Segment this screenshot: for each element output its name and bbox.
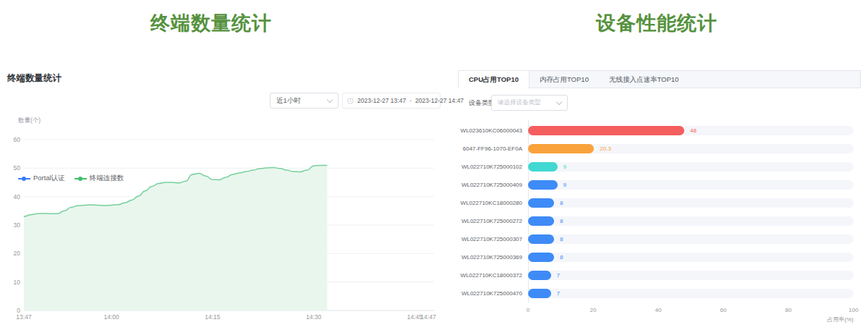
bar-track: 9 [528, 162, 854, 172]
bar [528, 216, 554, 226]
bar-category-label: WL022710K725000369 [458, 254, 525, 261]
clock-icon [347, 98, 354, 104]
bar-track: 8 [528, 253, 854, 262]
bar-value-label: 7 [557, 272, 560, 279]
bar-track: 7 [528, 289, 854, 298]
x-tick-label: 13:47 [16, 313, 32, 321]
tab-active[interactable]: CPU占用TOP10 [459, 71, 529, 88]
bar [528, 144, 594, 153]
bar-row: WL022710K7250004707 [458, 284, 861, 302]
date-start: 2023-12-27 13:47 [357, 97, 406, 104]
bar [528, 253, 554, 262]
bar [528, 162, 558, 172]
bar-value-label: 8 [560, 236, 563, 242]
bar [528, 234, 554, 244]
bar [528, 126, 684, 135]
bar-category-label: WL022710K725000307 [458, 236, 525, 242]
date-separator: - [409, 97, 412, 104]
chevron-down-icon [327, 96, 333, 102]
series-area-fill [24, 165, 327, 310]
bar-value-label: 9 [563, 164, 566, 170]
bar-category-label: WL022710K725000272 [458, 218, 525, 224]
x-tick-label: 100 [848, 307, 858, 313]
bar-value-label: 9 [563, 182, 566, 188]
y-tick-label: 20 [14, 250, 21, 257]
x-tick-label: 20 [590, 307, 597, 313]
cpu-top10-bar-chart: WL023610KC06000043486047-FF96-1070-EF0A2… [458, 122, 861, 302]
bar-value-label: 8 [560, 218, 563, 224]
date-end: 2023-12-27 14:47 [415, 97, 464, 104]
bar-track: 9 [528, 180, 854, 190]
terminal-count-panel: 终端数量统计 近1小时 2023-12-27 13:47 - 2023-12-2… [0, 69, 443, 330]
bar [528, 289, 551, 298]
bar-row: WL022710K7250003078 [458, 230, 861, 248]
terminal-count-line-chart: 010203040506013:4714:0014:1514:3014:4514… [0, 132, 443, 330]
time-range-value: 近1小时 [276, 96, 328, 106]
bar-row: WL023610KC0600004348 [458, 122, 861, 140]
bar-track: 20.3 [528, 144, 854, 153]
x-tick-label: 0 [527, 307, 529, 313]
tabs-bar: CPU占用TOP10内存占用TOP10无线接入点速率TOP10 [458, 70, 861, 88]
y-tick-label: 60 [14, 136, 21, 143]
bar-value-label: 7 [557, 290, 560, 297]
y-tick-label: 10 [14, 279, 21, 286]
section-title-device-performance: 设备性能统计 [458, 10, 856, 36]
bar-row: WL022710K7250001029 [458, 158, 861, 176]
bar-value-label: 20.3 [600, 145, 611, 152]
bar-track: 8 [528, 234, 854, 244]
bar-value-label: 48 [690, 127, 697, 134]
bar-value-label: 8 [560, 200, 563, 206]
y-axis-name: 数量(个) [18, 117, 41, 125]
section-title-terminal-count: 终端数量统计 [0, 10, 422, 36]
bar-category-label: WL022710KC18000372 [458, 272, 525, 279]
x-tick-label: 14:15 [205, 313, 221, 321]
device-performance-panel: CPU占用TOP10内存占用TOP10无线接入点速率TOP10 设备类型 请选择… [458, 69, 861, 330]
bar-row: WL022710K7250004099 [458, 176, 861, 194]
bar-category-label: WL023610KC06000043 [458, 127, 525, 134]
bar-row: WL022710KC180002808 [458, 194, 861, 212]
bar-category-label: WL022710KC18000280 [458, 200, 525, 206]
tab-inactive[interactable]: 内存占用TOP10 [529, 71, 599, 88]
y-tick-label: 40 [14, 193, 21, 200]
tab-inactive[interactable]: 无线接入点速率TOP10 [599, 71, 689, 88]
bar-category-label: WL022710K725000470 [458, 290, 525, 297]
bar [528, 180, 558, 190]
y-tick-label: 30 [14, 221, 21, 229]
x-tick-label: 60 [720, 307, 727, 313]
y-tick-label: 50 [14, 164, 21, 172]
bar-track: 48 [528, 126, 854, 135]
x-tick-label: 80 [786, 307, 792, 313]
x-tick-label: 14:47 [420, 313, 436, 321]
device-type-select[interactable]: 请选择设备类型 [491, 95, 568, 111]
bar-category-label: WL022710K725000409 [458, 182, 525, 188]
bar [528, 198, 554, 208]
bar-row: WL022710K7250002728 [458, 212, 861, 230]
panel-title: 终端数量统计 [7, 72, 61, 85]
x-tick-label: 40 [655, 307, 662, 313]
bar-value-label: 8 [560, 254, 563, 261]
time-range-select[interactable]: 近1小时 [270, 93, 339, 109]
bar-row: WL022710K7250003698 [458, 248, 861, 266]
bar-row: 6047-FF96-1070-EF0A20.3 [458, 140, 861, 158]
x-tick-label: 14:30 [306, 313, 322, 321]
bar-track: 8 [528, 198, 854, 208]
device-type-placeholder: 请选择设备类型 [498, 98, 557, 107]
chevron-down-icon [556, 98, 562, 104]
bar-category-label: WL022710K725000102 [458, 164, 525, 170]
bar-row: WL022710KC180003727 [458, 266, 861, 284]
bar [528, 271, 551, 280]
date-range-picker[interactable]: 2023-12-27 13:47 - 2023-12-27 14:47 [342, 93, 441, 109]
bar-category-label: 6047-FF96-1070-EF0A [458, 145, 525, 152]
bar-track: 8 [528, 216, 854, 226]
x-tick-label: 14:00 [103, 313, 119, 321]
x-axis-name: 占用率(%) [528, 316, 854, 323]
bar-track: 7 [528, 271, 854, 280]
